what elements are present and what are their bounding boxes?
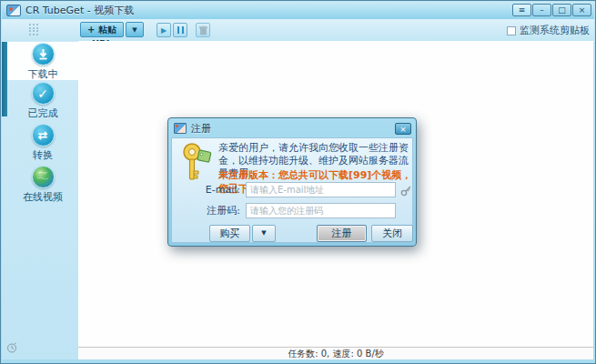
sidebar-item-convert[interactable]: ⇄ 转换 xyxy=(7,123,78,161)
minimize-icon[interactable]: – xyxy=(532,4,551,16)
key-icon[interactable] xyxy=(399,183,413,197)
buy-button[interactable]: 购买 xyxy=(209,225,250,242)
email-label: E-mail: xyxy=(172,182,240,197)
globe-icon xyxy=(32,166,55,188)
window-title: CR TubeGet - 视频下载 xyxy=(25,4,134,17)
convert-icon: ⇄ xyxy=(32,124,55,147)
pause-button[interactable] xyxy=(173,23,187,37)
sidebar-item-label: 在线视频 xyxy=(7,190,78,204)
trash-icon xyxy=(199,25,207,35)
timer-icon[interactable] xyxy=(6,342,17,353)
dialog-body: 亲爱的用户，请允许我向您收取一些注册资金，以维持功能升级、维护及网站服务器流量费… xyxy=(171,137,413,243)
buy-dropdown[interactable]: ▼ xyxy=(252,225,276,242)
close-icon[interactable]: × xyxy=(572,4,591,16)
app-icon xyxy=(6,5,21,16)
email-field[interactable] xyxy=(246,182,396,197)
regcode-label: 注册码: xyxy=(172,203,240,218)
status-text: 任务数: 0, 速度: 0 B/秒 xyxy=(288,349,384,359)
toolbar: + 粘贴URL ▼ ▶ 监测系统剪贴板 xyxy=(2,19,594,42)
menu-icon[interactable]: ≡ xyxy=(512,4,531,16)
dialog-icon xyxy=(174,123,187,134)
dialog-title-bar: 注册 × xyxy=(171,120,413,136)
clipboard-monitor[interactable]: 监测系统剪贴板 xyxy=(507,24,590,37)
delete-button[interactable] xyxy=(196,23,210,37)
sidebar: 下载中 ✓ 已完成 ⇄ 转换 在线视频 xyxy=(2,41,78,359)
paste-url-button[interactable]: + 粘贴URL xyxy=(80,22,124,37)
title-bar: CR TubeGet - 视频下载 ≡ – □ × xyxy=(2,2,594,19)
download-icon xyxy=(32,43,55,66)
key-tag-icon xyxy=(179,142,214,187)
status-bar: 任务数: 0, 速度: 0 B/秒 xyxy=(78,347,593,359)
paste-url-dropdown[interactable]: ▼ xyxy=(126,22,144,37)
close-button[interactable]: 关闭 xyxy=(371,225,413,242)
app-window: CR TubeGet - 视频下载 ≡ – □ × + 粘贴URL ▼ ▶ 监测… xyxy=(0,0,596,364)
window-controls: ≡ – □ × xyxy=(512,4,591,16)
clipboard-checkbox[interactable] xyxy=(507,26,516,35)
check-icon: ✓ xyxy=(32,82,55,105)
register-button[interactable]: 注册 xyxy=(317,225,367,242)
dialog-close-icon[interactable]: × xyxy=(395,123,411,135)
regcode-field[interactable] xyxy=(246,203,396,218)
register-dialog: 注册 × 亲爱的用户，请允许我向您收取一些注册资金，以维持功能升级、维护及网站服… xyxy=(167,117,417,247)
sidebar-item-online-video[interactable]: 在线视频 xyxy=(7,165,78,203)
dialog-title: 注册 xyxy=(191,122,211,136)
pause-icon xyxy=(177,26,184,34)
grip-icon[interactable] xyxy=(29,24,39,35)
sidebar-item-downloading[interactable]: 下载中 xyxy=(7,42,78,80)
start-button[interactable]: ▶ xyxy=(157,23,171,37)
maximize-icon[interactable]: □ xyxy=(552,4,571,16)
sidebar-item-label: 下载中 xyxy=(7,67,78,81)
sidebar-item-label: 转换 xyxy=(7,148,78,162)
clipboard-checkbox-label: 监测系统剪贴板 xyxy=(520,24,590,37)
sidebar-item-completed[interactable]: ✓ 已完成 xyxy=(7,81,78,119)
sidebar-item-label: 已完成 xyxy=(7,106,78,120)
